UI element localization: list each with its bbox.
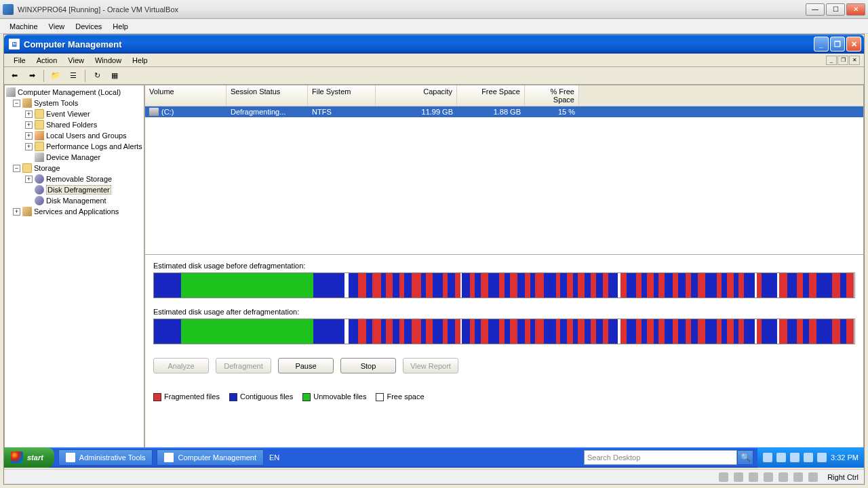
disk-mgmt-icon: [35, 196, 44, 205]
collapse-icon[interactable]: −: [13, 165, 20, 172]
mdi-restore-button[interactable]: ❐: [837, 56, 848, 65]
menu-view[interactable]: View: [62, 55, 90, 66]
vbox-close-button[interactable]: ✕: [846, 3, 865, 16]
tools-icon: [22, 98, 32, 108]
computer-mgmt-taskbar-icon: [164, 453, 174, 462]
desktop-search-input[interactable]: Search Desktop: [584, 450, 737, 465]
tree-local-users[interactable]: +Local Users and Groups: [6, 130, 142, 141]
volume-list: Volume Session Status File System Capaci…: [145, 85, 863, 255]
expand-icon[interactable]: +: [25, 132, 33, 140]
vbox-menu-devices[interactable]: Devices: [70, 21, 107, 32]
defragment-button: Defragment: [216, 358, 271, 373]
col-status[interactable]: Session Status: [226, 85, 308, 106]
taskbar-item-computer-mgmt[interactable]: Computer Management: [157, 449, 264, 466]
expand-icon[interactable]: +: [25, 176, 33, 183]
vbox-maximize-button[interactable]: ☐: [826, 3, 845, 16]
tree-perf-logs[interactable]: +Performance Logs and Alerts: [6, 141, 142, 152]
menu-action[interactable]: Action: [31, 55, 63, 66]
tree-system-tools[interactable]: −System Tools: [6, 98, 142, 108]
col-freespace[interactable]: Free Space: [457, 85, 525, 106]
tray-icon[interactable]: [790, 453, 800, 462]
pause-button[interactable]: Pause: [278, 358, 334, 373]
start-button[interactable]: start: [4, 447, 54, 468]
vbox-titlebar: WINXPPRO64 [Running] - Oracle VM Virtual…: [0, 0, 868, 19]
expand-icon[interactable]: +: [13, 208, 20, 216]
right-pane: Volume Session Status File System Capaci…: [144, 85, 864, 468]
xp-toolbar: ⬅ ➡ 📁 ☰ ↻ ▦: [4, 67, 864, 85]
col-filesystem[interactable]: File System: [308, 85, 376, 106]
mdi-close-button[interactable]: ✕: [849, 56, 860, 65]
toolbar-forward-button[interactable]: ➡: [24, 68, 39, 83]
menu-file[interactable]: File: [8, 55, 31, 66]
toolbar-back-button[interactable]: ⬅: [7, 68, 22, 83]
col-capacity[interactable]: Capacity: [376, 85, 457, 106]
tree-root[interactable]: Computer Management (Local): [6, 87, 142, 98]
menu-help[interactable]: Help: [127, 55, 153, 66]
vbox-net-icon[interactable]: [749, 472, 758, 482]
language-indicator[interactable]: EN: [264, 453, 285, 462]
collapse-icon[interactable]: −: [13, 100, 20, 107]
services-icon: [22, 207, 32, 216]
tree-storage[interactable]: −Storage: [6, 163, 142, 174]
defrag-bar-before: [153, 272, 855, 298]
col-pct-free[interactable]: % Free Space: [525, 85, 579, 106]
tray-icon[interactable]: [817, 453, 827, 462]
mdi-minimize-button[interactable]: _: [826, 56, 837, 65]
tree-removable[interactable]: +Removable Storage: [6, 174, 142, 184]
expand-icon[interactable]: +: [25, 121, 33, 129]
vbox-app-icon: [3, 4, 14, 15]
toolbar-up-icon[interactable]: 📁: [48, 68, 63, 83]
defrag-icon: [35, 185, 44, 195]
vbox-menu-view[interactable]: View: [43, 21, 71, 32]
defrag-area: Estimated disk usage before defragmentat…: [145, 255, 863, 467]
tree-shared-folders[interactable]: +Shared Folders: [6, 119, 142, 130]
admin-tools-icon: [66, 453, 75, 462]
unmovable-swatch: [302, 393, 311, 401]
expand-icon[interactable]: +: [25, 110, 33, 118]
guest-area: 🖥 Computer Management _ ❐ ✕ File Action …: [3, 34, 865, 485]
toolbar-refresh-icon[interactable]: ↻: [90, 68, 104, 83]
tree-event-viewer[interactable]: +Event Viewer: [6, 108, 142, 119]
contiguous-swatch: [229, 393, 237, 401]
vbox-menu-machine[interactable]: Machine: [4, 21, 43, 32]
tray-icon[interactable]: [804, 453, 813, 462]
tree-pane: Computer Management (Local) −System Tool…: [4, 85, 144, 468]
expand-icon[interactable]: +: [25, 143, 33, 150]
menu-window[interactable]: Window: [90, 55, 127, 66]
before-label: Estimated disk usage before defragmentat…: [153, 262, 855, 270]
analyze-button: Analyze: [153, 358, 209, 373]
vbox-minimize-button[interactable]: —: [806, 3, 825, 16]
vbox-menu-help[interactable]: Help: [107, 21, 134, 32]
fragmented-swatch: [153, 393, 161, 401]
tree-disk-mgmt[interactable]: Disk Management: [6, 195, 142, 206]
toolbar-properties-icon[interactable]: ☰: [66, 68, 81, 83]
xp-close-button[interactable]: ✕: [846, 37, 861, 52]
xp-minimize-button[interactable]: _: [814, 37, 829, 52]
tray-icon[interactable]: [763, 453, 772, 462]
vbox-status-bar: Right Ctrl: [4, 469, 864, 484]
view-report-button: View Report: [403, 358, 458, 373]
search-button[interactable]: 🔍: [737, 450, 753, 465]
vbox-hdd-icon[interactable]: [719, 472, 728, 482]
tree-device-mgr[interactable]: Device Manager: [6, 152, 142, 163]
vbox-capture-icon[interactable]: [808, 472, 818, 482]
vbox-shared-icon[interactable]: [778, 472, 788, 482]
vbox-usb-icon[interactable]: [764, 472, 773, 482]
vbox-host-key: Right Ctrl: [827, 473, 859, 481]
toolbar-export-icon[interactable]: ▦: [107, 68, 122, 83]
vbox-display-icon[interactable]: [793, 472, 803, 482]
tree-defragmenter[interactable]: Disk Defragmenter: [6, 184, 142, 195]
stop-button[interactable]: Stop: [340, 358, 396, 373]
xp-maximize-button[interactable]: ❐: [830, 37, 845, 52]
xp-titlebar: 🖥 Computer Management _ ❐ ✕: [4, 35, 864, 54]
taskbar-item-admin-tools[interactable]: Administrative Tools: [58, 449, 153, 466]
col-volume[interactable]: Volume: [145, 85, 226, 106]
tree-services[interactable]: +Services and Applications: [6, 206, 142, 217]
tray-icon[interactable]: [776, 453, 786, 462]
volume-row-c[interactable]: (C:) Defragmenting... NTFS 11.99 GB 1.88…: [145, 106, 863, 117]
vbox-title: WINXPPRO64 [Running] - Oracle VM Virtual…: [18, 5, 806, 14]
event-viewer-icon: [35, 109, 44, 119]
vbox-cd-icon[interactable]: [734, 472, 743, 482]
tray-clock[interactable]: 3:32 PM: [831, 453, 859, 462]
perf-logs-icon: [35, 142, 44, 151]
